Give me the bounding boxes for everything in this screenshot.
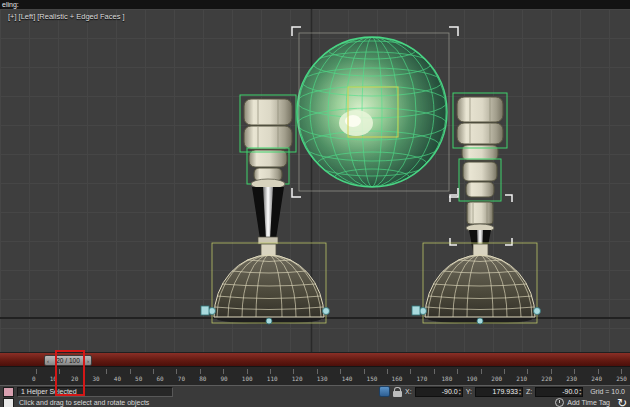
ruler-label: 100 bbox=[242, 375, 253, 382]
ruler-label: 130 bbox=[317, 375, 328, 382]
ruler-label: 150 bbox=[367, 375, 378, 382]
viewport-menu-general[interactable]: [+] bbox=[8, 12, 17, 21]
ruler-label: 50 bbox=[135, 375, 142, 382]
ruler-label: 110 bbox=[267, 375, 278, 382]
title-bar: eling: bbox=[0, 0, 630, 9]
viewport-label: [+] [Left] [Realistic + Edged Faces ] bbox=[8, 12, 125, 21]
y-spinner[interactable]: ▴ ▾ bbox=[519, 388, 521, 396]
ruler-label: 220 bbox=[541, 375, 552, 382]
viewport-canvas[interactable] bbox=[0, 9, 630, 352]
spinner-down-icon: ▾ bbox=[459, 392, 461, 396]
y-axis-label: Y: bbox=[466, 388, 472, 395]
ruler-label: 190 bbox=[466, 375, 477, 382]
ruler-label: 180 bbox=[441, 375, 452, 382]
x-spinner[interactable]: ▴ ▾ bbox=[459, 388, 461, 396]
ruler-label: 160 bbox=[392, 375, 403, 382]
add-time-tag-button[interactable]: Add Time Tag bbox=[555, 398, 610, 407]
ruler-label: 230 bbox=[566, 375, 577, 382]
ruler-labels: 0102030405060708090100110120130140150160… bbox=[32, 375, 627, 382]
ruler-ticks bbox=[36, 369, 622, 374]
prompt-line: Click and drag to select and rotate obje… bbox=[17, 399, 552, 406]
ruler-label: 60 bbox=[156, 375, 163, 382]
ruler-label: 170 bbox=[417, 375, 428, 382]
y-coordinate-field[interactable]: 179.933 ▴ ▾ bbox=[475, 387, 523, 397]
time-tag-clock-icon bbox=[555, 398, 564, 407]
spinner-down-icon: ▾ bbox=[579, 392, 581, 396]
z-spinner[interactable]: ▴ ▾ bbox=[579, 388, 581, 396]
spinner-down-icon: ▾ bbox=[519, 392, 521, 396]
application-window: eling: bbox=[0, 0, 630, 407]
x-axis-label: X: bbox=[405, 388, 412, 395]
ruler-label: 250 bbox=[616, 375, 627, 382]
absolute-mode-toggle[interactable] bbox=[379, 386, 390, 397]
add-time-tag-label: Add Time Tag bbox=[567, 399, 610, 406]
status-bar: 1 Helper Selected X: -90.0 ▴ ▾ Y: 179.93… bbox=[0, 385, 630, 407]
rotate-cursor-icon: ↻ bbox=[617, 398, 627, 407]
maxscript-listener-output-icon[interactable] bbox=[3, 398, 14, 407]
maxscript-listener-icon[interactable] bbox=[3, 387, 14, 397]
ruler-label: 120 bbox=[292, 375, 303, 382]
grid-size-label: Grid = 10.0 bbox=[590, 388, 625, 395]
previous-frame-arrow[interactable]: ‹ bbox=[47, 357, 49, 365]
ruler-label: 200 bbox=[491, 375, 502, 382]
ruler-label: 0 bbox=[32, 375, 36, 382]
y-coordinate-value: 179.933 bbox=[493, 388, 518, 395]
ruler-label: 90 bbox=[220, 375, 227, 382]
selection-status-field: 1 Helper Selected bbox=[17, 387, 173, 397]
time-slider-track[interactable]: ‹ 20 / 100 › bbox=[0, 352, 630, 366]
z-coordinate-field[interactable]: -90.0 ▴ ▾ bbox=[535, 387, 583, 397]
annotation-highlight bbox=[55, 350, 85, 396]
x-coordinate-value: -90.0 bbox=[442, 388, 458, 395]
ruler-label: 30 bbox=[92, 375, 99, 382]
right-connector-plate[interactable] bbox=[467, 202, 493, 224]
next-frame-arrow[interactable]: › bbox=[87, 357, 89, 365]
status-row-2: Click and drag to select and rotate obje… bbox=[0, 397, 630, 407]
z-axis-label: Z: bbox=[526, 388, 532, 395]
ruler-label: 70 bbox=[178, 375, 185, 382]
viewport-left[interactable]: [+] [Left] [Realistic + Edged Faces ] bbox=[0, 9, 630, 352]
status-row-1: 1 Helper Selected X: -90.0 ▴ ▾ Y: 179.93… bbox=[0, 386, 630, 397]
title-fragment: eling: bbox=[2, 1, 19, 8]
x-coordinate-field[interactable]: -90.0 ▴ ▾ bbox=[415, 387, 463, 397]
timeline-ruler[interactable]: 0102030405060708090100110120130140150160… bbox=[0, 366, 630, 385]
ruler-label: 210 bbox=[516, 375, 527, 382]
ruler-label: 80 bbox=[199, 375, 206, 382]
ruler-label: 240 bbox=[591, 375, 602, 382]
ruler-label: 140 bbox=[342, 375, 353, 382]
viewport-menu-shading[interactable]: [Realistic + Edged Faces ] bbox=[37, 12, 124, 21]
ruler-label: 40 bbox=[114, 375, 121, 382]
sphere-highlight-core bbox=[345, 115, 361, 127]
transform-lock-icon[interactable] bbox=[393, 391, 402, 397]
z-coordinate-value: -90.0 bbox=[562, 388, 578, 395]
viewport-menu-pov[interactable]: [Left] bbox=[19, 12, 36, 21]
